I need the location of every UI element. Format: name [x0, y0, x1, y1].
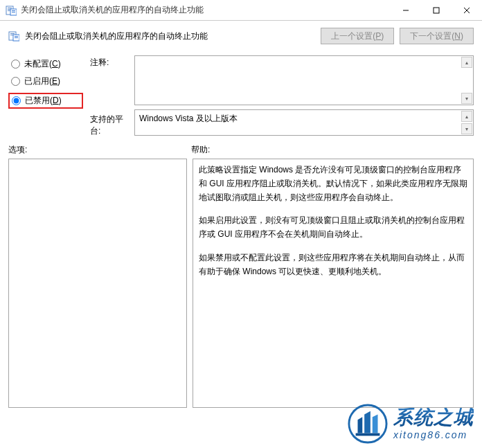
config-body: 未配置(C) 已启用(E) 已禁用(D) 注释: ▴ ▾ 支持的平台: Wind… [0, 53, 482, 137]
header-row: 关闭会阻止或取消关机的应用程序的自动终止功能 上一个设置(P) 下一个设置(N) [0, 21, 482, 53]
radio-enabled-input[interactable] [11, 77, 20, 86]
options-pane [8, 159, 187, 408]
close-button[interactable] [452, 0, 482, 20]
options-label: 选项: [8, 144, 191, 156]
help-p1: 此策略设置指定 Windows 是否允许没有可见顶级窗口的控制台应用程序和 GU… [199, 163, 467, 204]
radio-enabled[interactable]: 已启用(E) [8, 74, 83, 89]
svg-rect-18 [356, 433, 380, 436]
radio-disabled-input[interactable] [12, 96, 21, 105]
window-controls [391, 0, 482, 20]
pane-labels: 选项: 帮助: [0, 137, 482, 159]
next-suffix: ) [461, 31, 463, 41]
radio-group: 未配置(C) 已启用(E) 已禁用(D) [8, 55, 83, 137]
svg-rect-15 [15, 36, 18, 37]
svg-rect-1 [8, 8, 12, 8]
supported-value: Windows Vista 及以上版本 [139, 114, 238, 123]
svg-rect-8 [434, 8, 439, 13]
help-pane: 此策略设置指定 Windows 是否允许没有可见顶级窗口的控制台应用程序和 GU… [193, 159, 474, 408]
scroll-down-icon[interactable]: ▾ [461, 123, 472, 134]
policy-icon [8, 30, 19, 42]
app-icon [6, 5, 17, 16]
scroll-down-icon[interactable]: ▾ [461, 93, 472, 104]
svg-rect-16 [15, 37, 18, 38]
radio-not-configured-label: 未配置(C) [24, 58, 61, 70]
comment-row: 注释: ▴ ▾ [90, 55, 474, 105]
maximize-button[interactable] [421, 0, 452, 20]
scroll-up-icon[interactable]: ▴ [461, 111, 472, 122]
svg-rect-12 [10, 33, 15, 34]
scroll-up-icon[interactable]: ▴ [461, 57, 472, 68]
svg-rect-6 [12, 12, 15, 12]
radio-disabled[interactable]: 已禁用(D) [8, 93, 83, 109]
radio-not-configured[interactable]: 未配置(C) [8, 57, 83, 71]
prev-suffix: ) [381, 31, 384, 41]
next-setting-button[interactable]: 下一个设置(N) [400, 28, 474, 44]
fields-column: 注释: ▴ ▾ 支持的平台: Windows Vista 及以上版本 ▴ ▾ [90, 55, 474, 137]
prev-setting-button[interactable]: 上一个设置(P) [321, 28, 394, 44]
watermark-sub: xitong86.com [393, 430, 474, 440]
comment-textarea[interactable]: ▴ ▾ [134, 55, 474, 105]
prev-key: P [375, 31, 381, 41]
help-label: 帮助: [191, 144, 210, 156]
next-key: N [454, 31, 461, 41]
help-p3: 如果禁用或不配置此设置，则这些应用程序将在关机期间自动终止，从而有助于确保 Wi… [199, 251, 467, 279]
svg-rect-5 [12, 10, 15, 11]
supported-row: 支持的平台: Windows Vista 及以上版本 ▴ ▾ [90, 109, 474, 137]
next-label: 下一个设置( [410, 30, 454, 42]
titlebar: 关闭会阻止或取消关机的应用程序的自动终止功能 [0, 0, 482, 21]
comment-label: 注释: [90, 55, 129, 105]
setting-title: 关闭会阻止或取消关机的应用程序的自动终止功能 [25, 30, 315, 42]
prev-label: 上一个设置( [331, 30, 375, 42]
window-title: 关闭会阻止或取消关机的应用程序的自动终止功能 [21, 4, 391, 16]
panes: 此策略设置指定 Windows 是否允许没有可见顶级窗口的控制台应用程序和 GU… [0, 159, 482, 418]
supported-label: 支持的平台: [90, 109, 129, 137]
supported-box: Windows Vista 及以上版本 ▴ ▾ [134, 109, 474, 136]
minimize-button[interactable] [391, 0, 421, 20]
radio-enabled-label: 已启用(E) [24, 75, 60, 87]
radio-disabled-label: 已禁用(D) [25, 95, 62, 107]
help-p2: 如果启用此设置，则没有可见顶级窗口且阻止或取消关机的控制台应用程序或 GUI 应… [199, 214, 467, 242]
radio-not-configured-input[interactable] [11, 60, 20, 69]
